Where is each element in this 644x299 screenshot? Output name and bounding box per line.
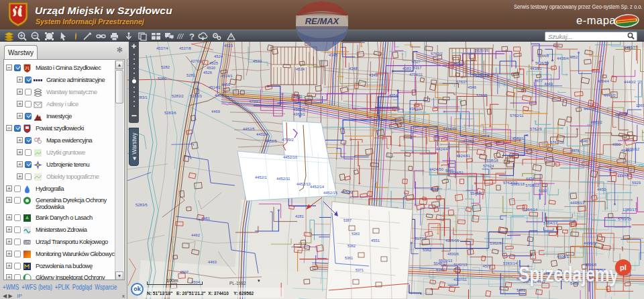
svg-text:4447/7: 4447/7 xyxy=(617,174,629,178)
svg-text:4424/47: 4424/47 xyxy=(436,147,450,151)
svg-text:4463: 4463 xyxy=(208,260,217,264)
svg-text:5177/8: 5177/8 xyxy=(415,237,426,241)
svg-text:5095/18: 5095/18 xyxy=(511,182,525,186)
svg-text:4452/5: 4452/5 xyxy=(243,127,255,131)
svg-text:4754/11: 4754/11 xyxy=(409,73,423,77)
svg-text:4530: 4530 xyxy=(207,66,215,70)
svg-text:4572: 4572 xyxy=(483,264,491,268)
svg-text:4383: 4383 xyxy=(402,67,411,71)
svg-text:5538/18: 5538/18 xyxy=(484,159,498,163)
svg-text:5363: 5363 xyxy=(352,232,360,236)
svg-text:4653: 4653 xyxy=(430,187,438,191)
svg-text:4469: 4469 xyxy=(211,110,220,114)
svg-text:4583/1: 4583/1 xyxy=(513,136,524,140)
svg-text:4514/2: 4514/2 xyxy=(209,85,221,89)
svg-text:5281: 5281 xyxy=(186,73,195,77)
svg-text:4852: 4852 xyxy=(570,55,578,59)
svg-text:4438/4: 4438/4 xyxy=(557,56,570,60)
svg-text:4452/14: 4452/14 xyxy=(310,185,325,189)
svg-text:5362: 5362 xyxy=(423,248,431,252)
svg-text:5708/12: 5708/12 xyxy=(525,183,539,187)
svg-text:4727: 4727 xyxy=(412,60,420,64)
svg-text:5762/11: 5762/11 xyxy=(510,114,524,118)
svg-text:5317: 5317 xyxy=(413,66,421,70)
svg-text:4479: 4479 xyxy=(571,148,579,153)
svg-text:5626/13: 5626/13 xyxy=(535,61,549,65)
svg-text:4363/3: 4363/3 xyxy=(293,108,305,112)
svg-text:///: /// xyxy=(177,32,184,40)
svg-text:5791/15: 5791/15 xyxy=(618,217,631,221)
svg-text:4849: 4849 xyxy=(544,82,552,86)
svg-text:4525: 4525 xyxy=(209,61,218,65)
svg-text:4447/4: 4447/4 xyxy=(584,107,596,111)
svg-text:4462: 4462 xyxy=(191,233,200,237)
svg-text:4526: 4526 xyxy=(203,71,212,75)
svg-text:4646: 4646 xyxy=(580,139,588,143)
svg-text:5192: 5192 xyxy=(539,189,547,193)
svg-text:4883/2: 4883/2 xyxy=(591,120,602,124)
svg-text:?: ? xyxy=(189,32,195,41)
svg-text:5481: 5481 xyxy=(517,288,525,292)
svg-text:4546: 4546 xyxy=(468,85,476,89)
svg-text:5026/16: 5026/16 xyxy=(475,48,488,52)
svg-text:5283/2: 5283/2 xyxy=(172,94,184,98)
svg-text:4348: 4348 xyxy=(349,67,358,71)
svg-text:4452/5: 4452/5 xyxy=(265,139,277,143)
svg-text:5048/13: 5048/13 xyxy=(434,261,447,265)
svg-text:5280: 5280 xyxy=(158,77,166,81)
svg-text:4452/13: 4452/13 xyxy=(297,182,311,186)
svg-text:5283/5: 5283/5 xyxy=(136,203,148,207)
svg-text:5142/13: 5142/13 xyxy=(453,263,467,267)
svg-text:5361: 5361 xyxy=(436,268,445,272)
svg-text:5362: 5362 xyxy=(347,244,356,248)
svg-text:4448/13: 4448/13 xyxy=(570,201,584,205)
svg-text:4551: 4551 xyxy=(371,239,380,243)
svg-text:5283/3: 5283/3 xyxy=(190,94,202,98)
svg-text:5361: 5361 xyxy=(345,256,353,260)
svg-text:4644/4: 4644/4 xyxy=(621,148,633,153)
svg-text:4533: 4533 xyxy=(253,59,262,63)
svg-text:5282: 5282 xyxy=(161,65,170,69)
svg-text:4424/50: 4424/50 xyxy=(429,167,443,171)
svg-text:4999: 4999 xyxy=(612,142,621,146)
svg-text:4830/6: 4830/6 xyxy=(447,252,459,256)
svg-text:4363/1: 4363/1 xyxy=(293,112,305,116)
svg-text:4326/16: 4326/16 xyxy=(445,239,459,243)
svg-text:UTK: UTK xyxy=(25,241,32,245)
svg-text:4452/1: 4452/1 xyxy=(255,175,267,179)
svg-text:5367: 5367 xyxy=(343,218,352,222)
svg-text:4784/4: 4784/4 xyxy=(598,79,609,83)
svg-text:5364/14: 5364/14 xyxy=(523,208,538,212)
svg-text:4452/4: 4452/4 xyxy=(256,132,269,136)
svg-text:4452/11: 4452/11 xyxy=(276,177,290,181)
svg-text:5762/16: 5762/16 xyxy=(550,140,564,144)
svg-text:4477: 4477 xyxy=(535,79,543,83)
svg-text:4537/8: 4537/8 xyxy=(179,46,191,50)
svg-text:4523: 4523 xyxy=(224,44,233,48)
svg-text:5362/8: 5362/8 xyxy=(490,241,502,245)
svg-text:4424/41: 4424/41 xyxy=(443,127,457,131)
svg-text:4524: 4524 xyxy=(214,54,223,58)
svg-text:4537/4: 4537/4 xyxy=(156,46,169,50)
svg-text:4270/1: 4270/1 xyxy=(191,59,203,63)
svg-text:5485/7: 5485/7 xyxy=(624,46,635,50)
svg-text:5762/9: 5762/9 xyxy=(530,127,542,131)
svg-text:4353: 4353 xyxy=(293,95,302,99)
svg-text:RE/MAX: RE/MAX xyxy=(305,16,340,26)
svg-text:1380/17: 1380/17 xyxy=(623,208,637,212)
svg-text:4281: 4281 xyxy=(295,214,304,218)
svg-text:4461: 4461 xyxy=(201,216,210,220)
svg-text:4450: 4450 xyxy=(597,187,606,191)
svg-text:4550/2: 4550/2 xyxy=(341,190,353,194)
svg-text:4354: 4354 xyxy=(389,93,398,97)
svg-text:4441/2: 4441/2 xyxy=(604,93,616,97)
svg-text:4799/2: 4799/2 xyxy=(282,138,294,142)
svg-text:4452/15: 4452/15 xyxy=(323,191,337,195)
svg-text:4508/1: 4508/1 xyxy=(557,255,569,259)
svg-text:5546/4: 5546/4 xyxy=(470,191,482,196)
svg-text:5763/2: 5763/2 xyxy=(431,52,443,56)
svg-text:57637: 57637 xyxy=(456,80,467,84)
svg-text:44253: 44253 xyxy=(463,139,474,143)
svg-text:4534: 4534 xyxy=(296,67,305,71)
svg-text:5929: 5929 xyxy=(632,181,641,185)
